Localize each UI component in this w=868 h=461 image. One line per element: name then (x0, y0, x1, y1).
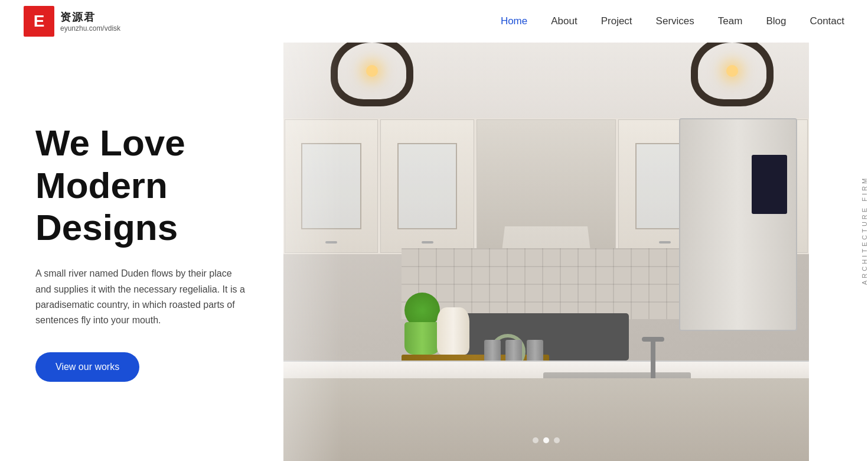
carousel-dot-3[interactable] (554, 437, 560, 443)
nav-item-home[interactable]: Home (501, 15, 527, 27)
logo-text: 资源君 eyunzhu.com/vdisk (60, 10, 120, 33)
cabinet-handle-1 (325, 241, 337, 244)
carousel-dots (533, 437, 560, 443)
kitchen-scene (283, 0, 809, 461)
hero-section: We Love Modern Designs A small river nam… (0, 0, 868, 461)
cabinet-handle-3 (659, 241, 671, 244)
nav-item-project[interactable]: Project (601, 15, 632, 27)
nav-item-about[interactable]: About (551, 15, 577, 27)
hero-description: A small river named Duden flows by their… (35, 266, 248, 329)
cabinet-handle-2 (422, 241, 433, 244)
nav-item-services[interactable]: Services (656, 15, 694, 27)
hero-left-panel: We Love Modern Designs A small river nam… (0, 0, 283, 461)
vertical-sidebar-text: ARCHITECTURE FIRM (855, 176, 868, 285)
nav-item-team[interactable]: Team (718, 15, 743, 27)
vase (437, 307, 469, 355)
fridge-screen (752, 155, 787, 214)
plant-pot (404, 322, 440, 355)
logo-icon: E (24, 6, 54, 37)
carousel-dot-2[interactable] (543, 437, 549, 443)
logo[interactable]: E 资源君 eyunzhu.com/vdisk (24, 6, 120, 37)
cabinet-2 (380, 119, 474, 253)
brand-url: eyunzhu.com/vdisk (60, 24, 120, 33)
cabinet-1 (285, 119, 378, 253)
nav-item-blog[interactable]: Blog (766, 15, 786, 27)
refrigerator (679, 118, 797, 331)
cabinet-glass-1 (301, 143, 361, 229)
brand-chinese: 资源君 (60, 10, 120, 24)
main-nav: Home About Project Services Team Blog Co… (501, 15, 844, 27)
nav-item-contact[interactable]: Contact (810, 15, 844, 27)
shade-left (331, 35, 413, 106)
cabinet-glass-2 (397, 143, 458, 229)
cabinet-center (477, 119, 616, 253)
cta-button[interactable]: View our works (35, 352, 139, 382)
floor (283, 378, 809, 461)
faucet (651, 337, 655, 384)
carousel-dot-1[interactable] (533, 437, 539, 443)
shade-right (691, 35, 774, 106)
hero-image (283, 0, 809, 461)
hero-headline: We Love Modern Designs (35, 122, 248, 248)
header: E 资源君 eyunzhu.com/vdisk Home About Proje… (0, 0, 868, 43)
